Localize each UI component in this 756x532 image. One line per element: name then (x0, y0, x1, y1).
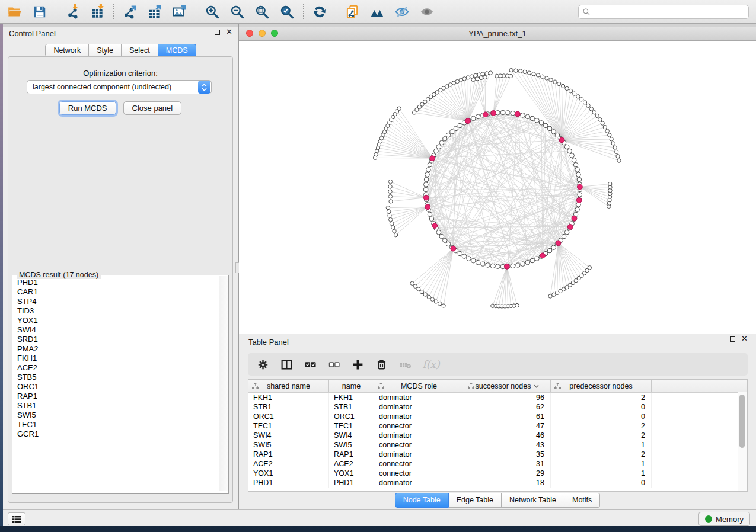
mcds-node-item[interactable]: STB5 (13, 373, 218, 382)
cell-predecessor-nodes[interactable]: 0 (551, 402, 652, 412)
mcds-node-item[interactable]: STP4 (13, 297, 218, 306)
cell-predecessor-nodes[interactable]: 0 (551, 478, 652, 488)
cell-predecessor-nodes[interactable]: 1 (551, 459, 652, 469)
cell-predecessor-nodes[interactable]: 1 (551, 440, 652, 450)
mcds-node-item[interactable]: PMA2 (13, 344, 218, 354)
window-zoom-icon[interactable] (271, 30, 278, 37)
cell-name[interactable]: PHD1 (329, 478, 374, 488)
mcds-list-scrollbar[interactable] (219, 276, 228, 491)
cell-predecessor-nodes[interactable]: 2 (551, 431, 652, 440)
cell-shared-name[interactable]: FKH1 (248, 393, 329, 402)
table-row[interactable]: RAP1RAP1dominator352 (248, 450, 747, 459)
open-file-button[interactable] (2, 2, 27, 22)
import-network-button[interactable] (60, 2, 85, 22)
cell-MCDS-role[interactable]: dominator (374, 450, 464, 459)
cell-predecessor-nodes[interactable]: 2 (551, 421, 652, 431)
close-panel-button[interactable]: Close panel (123, 101, 182, 115)
export-image-button[interactable] (167, 2, 192, 22)
table-scrollbar-thumb[interactable] (739, 395, 745, 448)
cell-MCDS-role[interactable]: dominator (374, 393, 464, 402)
criterion-dropdown[interactable]: largest connected component (undirected) (27, 80, 212, 94)
cell-MCDS-role[interactable]: connector (374, 469, 464, 478)
float-panel-icon[interactable] (215, 30, 220, 35)
column-settings-button[interactable] (255, 357, 270, 372)
table-row[interactable]: SWI5SWI5connector431 (248, 440, 747, 450)
table-scrollbar[interactable] (738, 392, 747, 491)
cell-name[interactable]: SWI5 (329, 440, 374, 450)
mcds-node-item[interactable]: CAR1 (13, 287, 218, 297)
add-column-button[interactable] (350, 357, 365, 372)
mcds-node-item[interactable]: TEC1 (13, 420, 218, 430)
delete-column-button[interactable] (374, 357, 389, 372)
tab-network[interactable]: Network (45, 44, 89, 57)
cell-shared-name[interactable]: ORC1 (248, 412, 329, 421)
cell-predecessor-nodes[interactable]: 2 (551, 393, 652, 402)
run-mcds-button[interactable]: Run MCDS (59, 101, 116, 115)
cell-MCDS-role[interactable]: dominator (374, 478, 464, 488)
split-panel-button[interactable] (279, 357, 294, 372)
zoom-fit-button[interactable] (250, 2, 275, 22)
import-table-button[interactable] (85, 2, 110, 22)
cell-name[interactable]: SWI4 (329, 431, 374, 440)
mcds-node-item[interactable]: STB1 (13, 401, 218, 411)
column-header-MCDS-role[interactable]: MCDS role (374, 380, 464, 392)
cell-MCDS-role[interactable]: dominator (374, 431, 464, 440)
mcds-node-item[interactable]: FKH1 (13, 354, 218, 363)
zoom-selected-button[interactable] (275, 2, 299, 22)
cell-successor-nodes[interactable]: 35 (464, 450, 551, 459)
cell-name[interactable]: STB1 (329, 402, 374, 412)
cell-name[interactable]: YOX1 (329, 469, 374, 478)
mcds-node-item[interactable]: SWI5 (13, 411, 218, 420)
select-all-button[interactable] (302, 357, 318, 372)
tab-node-table[interactable]: Node Table (395, 493, 449, 508)
column-header-successor-nodes[interactable]: successor nodes (464, 380, 551, 392)
float-table-panel-icon[interactable] (730, 336, 735, 342)
search-box[interactable] (578, 5, 749, 19)
cell-name[interactable]: FKH1 (329, 393, 374, 402)
cell-shared-name[interactable]: ACE2 (248, 459, 329, 469)
table-row[interactable]: SWI4SWI4dominator462 (248, 431, 747, 440)
column-header-name[interactable]: name (329, 380, 374, 392)
cell-shared-name[interactable]: STB1 (248, 402, 329, 412)
table-row[interactable]: PHD1PHD1dominator180 (248, 478, 747, 488)
cell-predecessor-nodes[interactable]: 2 (551, 450, 652, 459)
mcds-node-item[interactable]: YOX1 (13, 316, 218, 325)
memory-button[interactable]: Memory (698, 512, 750, 526)
cell-MCDS-role[interactable]: dominator (374, 412, 464, 421)
apply-layout-button[interactable] (307, 2, 332, 22)
tab-mcds[interactable]: MCDS (158, 44, 196, 57)
cell-name[interactable]: TEC1 (329, 421, 374, 431)
mcds-node-item[interactable]: SRD1 (13, 335, 218, 344)
cell-successor-nodes[interactable]: 62 (464, 402, 551, 412)
cell-successor-nodes[interactable]: 29 (464, 469, 551, 478)
cell-MCDS-role[interactable]: connector (374, 421, 464, 431)
cell-shared-name[interactable]: RAP1 (248, 450, 329, 459)
cell-shared-name[interactable]: SWI5 (248, 440, 329, 450)
deselect-all-button[interactable] (326, 357, 342, 372)
tab-select[interactable]: Select (122, 44, 158, 57)
cell-shared-name[interactable]: TEC1 (248, 421, 329, 431)
cell-shared-name[interactable]: SWI4 (248, 431, 329, 440)
mcds-node-item[interactable]: TID3 (13, 306, 218, 316)
network-title-bar[interactable]: YPA_prune.txt_1 (239, 27, 756, 41)
mcds-node-item[interactable]: ORC1 (13, 382, 218, 392)
cell-successor-nodes[interactable]: 46 (464, 431, 551, 440)
cell-successor-nodes[interactable]: 31 (464, 459, 551, 469)
cell-successor-nodes[interactable]: 18 (464, 478, 551, 488)
cell-predecessor-nodes[interactable]: 1 (551, 469, 652, 478)
mcds-node-item[interactable]: SWI4 (13, 325, 218, 335)
export-network-button[interactable] (117, 2, 142, 22)
cell-shared-name[interactable]: YOX1 (248, 469, 329, 478)
mcds-node-item[interactable]: PHD1 (13, 278, 218, 287)
window-minimize-icon[interactable] (259, 30, 266, 37)
export-table-button[interactable] (142, 2, 167, 22)
mcds-node-item[interactable]: RAP1 (13, 392, 218, 401)
hide-selected-button[interactable] (390, 2, 414, 22)
network-from-selection-button[interactable] (340, 2, 365, 22)
cell-shared-name[interactable]: PHD1 (248, 478, 329, 488)
window-close-icon[interactable] (246, 30, 253, 37)
close-panel-icon[interactable]: ✕ (226, 29, 232, 35)
tab-motifs[interactable]: Motifs (564, 493, 600, 508)
cell-name[interactable]: ORC1 (329, 412, 374, 421)
mcds-node-item[interactable]: ACE2 (13, 363, 218, 373)
